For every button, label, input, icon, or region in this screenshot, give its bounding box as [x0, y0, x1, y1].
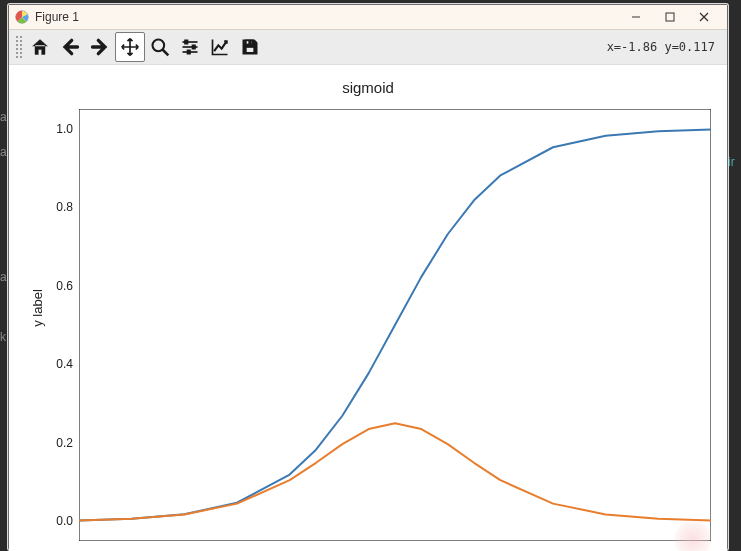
arrow-left-icon	[60, 37, 80, 57]
svg-rect-14	[249, 41, 251, 44]
maximize-button[interactable]	[653, 6, 687, 28]
search-icon	[150, 37, 170, 57]
home-button[interactable]	[25, 32, 55, 62]
svg-rect-11	[193, 45, 196, 48]
arrow-right-icon	[90, 37, 110, 57]
subplots-button[interactable]	[175, 32, 205, 62]
svg-line-6	[163, 50, 169, 56]
decorative-disc	[673, 519, 713, 551]
forward-button[interactable]	[85, 32, 115, 62]
y-axis-label: y label	[30, 289, 45, 327]
plot-title: sigmoid	[9, 79, 727, 96]
titlebar[interactable]: Figure 1	[9, 5, 727, 30]
pan-button[interactable]	[115, 32, 145, 62]
bg-char: a	[0, 145, 7, 159]
save-icon	[240, 37, 260, 57]
matplotlib-toolbar: x=-1.86 y=0.117	[9, 30, 727, 65]
y-tick-label: 1.0	[37, 122, 73, 136]
back-button[interactable]	[55, 32, 85, 62]
toolbar-grip[interactable]	[15, 35, 23, 59]
bg-char: ir	[728, 155, 735, 169]
minimize-button[interactable]	[619, 6, 653, 28]
plot-area[interactable]: sigmoid y label 0.00.20.40.60.81.0	[9, 65, 727, 551]
chart-line-icon	[210, 37, 230, 57]
axes: 0.00.20.40.60.81.0	[79, 109, 711, 541]
y-tick-label: 0.8	[37, 200, 73, 214]
home-icon	[30, 37, 50, 57]
svg-rect-10	[185, 40, 188, 43]
svg-rect-2	[666, 13, 674, 21]
svg-rect-12	[188, 50, 191, 53]
y-tick-label: 0.6	[37, 279, 73, 293]
save-button[interactable]	[235, 32, 265, 62]
y-tick-label: 0.2	[37, 436, 73, 450]
matplotlib-icon	[15, 10, 29, 24]
move-icon	[120, 37, 140, 57]
coord-readout: x=-1.86 y=0.117	[607, 40, 721, 54]
bg-char: a	[0, 270, 7, 284]
svg-rect-15	[246, 47, 254, 53]
zoom-button[interactable]	[145, 32, 175, 62]
close-button[interactable]	[687, 6, 721, 28]
bg-char: k	[0, 330, 6, 344]
svg-point-5	[153, 40, 165, 52]
edit-axis-button[interactable]	[205, 32, 235, 62]
bg-char: a	[0, 110, 7, 124]
y-tick-label: 0.0	[37, 514, 73, 528]
y-tick-label: 0.4	[37, 357, 73, 371]
window-title: Figure 1	[35, 10, 79, 24]
figure-window: Figure 1	[8, 4, 728, 550]
sliders-icon	[180, 37, 200, 57]
